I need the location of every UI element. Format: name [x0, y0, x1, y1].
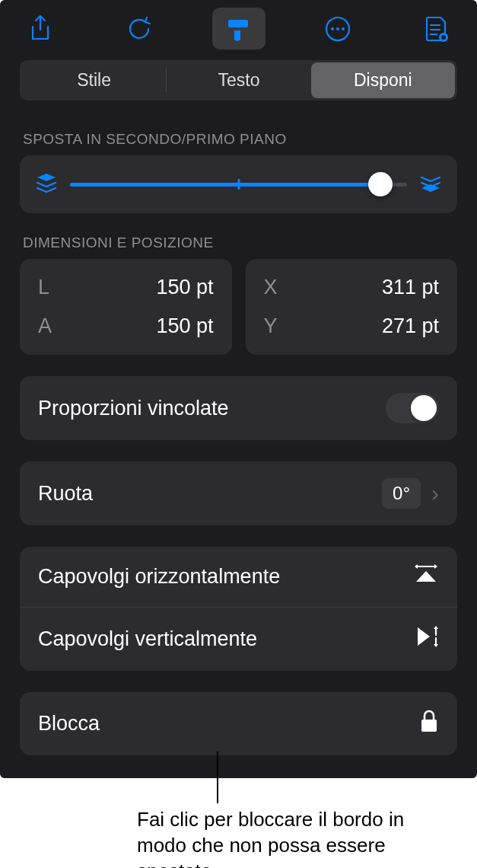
callout-text: Fai clic per bloccare il bordo in modo c…	[0, 778, 456, 868]
lock-label: Blocca	[38, 712, 100, 736]
size-pos-title: DIMENSIONI E POSIZIONE	[23, 235, 457, 251]
size-column: L 150 pt A 150 pt	[20, 259, 232, 355]
share-button[interactable]	[14, 8, 67, 49]
document-settings-button[interactable]	[410, 8, 463, 49]
tab-arrange[interactable]: Disponi	[311, 62, 455, 98]
svg-point-1	[331, 27, 334, 30]
svg-point-5	[441, 35, 446, 40]
layer-order-slider-card	[20, 155, 457, 213]
flip-horizontal-icon	[413, 563, 439, 590]
y-value: 271 pt	[382, 314, 439, 338]
y-label: Y	[264, 314, 278, 338]
tab-style[interactable]: Stile	[22, 62, 166, 98]
rotate-label: Ruota	[38, 482, 93, 506]
x-field[interactable]: X 311 pt	[264, 268, 440, 307]
svg-point-2	[336, 27, 339, 30]
undo-button[interactable]	[113, 8, 166, 49]
lock-row[interactable]: Blocca	[20, 692, 457, 755]
width-field[interactable]: L 150 pt	[38, 268, 214, 307]
tab-text[interactable]: Testo	[167, 62, 310, 98]
callout: Fai clic per bloccare il bordo in modo c…	[0, 778, 477, 868]
height-value: 150 pt	[156, 314, 213, 338]
width-label: L	[38, 276, 49, 299]
constrain-toggle[interactable]	[386, 393, 439, 423]
callout-leader-line	[217, 752, 218, 803]
position-column: X 311 pt Y 271 pt	[246, 259, 458, 355]
lock-icon	[419, 709, 439, 739]
top-toolbar	[0, 0, 477, 60]
move-section-title: SPOSTA IN SECONDO/PRIMO PIANO	[23, 131, 457, 148]
constrain-label: Proporzioni vincolate	[38, 397, 229, 420]
inspector-tabs: Stile Testo Disponi	[20, 60, 457, 101]
format-inspector-panel: Stile Testo Disponi SPOSTA IN SECONDO/PR…	[0, 0, 477, 778]
flip-vertical-icon	[416, 624, 439, 654]
flip-horizontal-row[interactable]: Capovolgi orizzontalmente	[20, 547, 457, 607]
flip-vertical-row[interactable]: Capovolgi verticalmente	[20, 607, 457, 671]
rotate-value: 0°	[382, 478, 421, 509]
format-button[interactable]	[212, 8, 266, 49]
slider-thumb[interactable]	[368, 172, 393, 196]
flip-h-label: Capovolgi orizzontalmente	[38, 565, 280, 589]
layer-order-slider[interactable]	[70, 182, 407, 187]
height-label: A	[38, 314, 52, 338]
more-button[interactable]	[311, 8, 364, 49]
x-label: X	[264, 276, 278, 299]
svg-point-3	[342, 27, 345, 30]
send-to-back-icon[interactable]	[35, 172, 58, 196]
flip-v-label: Capovolgi verticalmente	[38, 627, 257, 651]
width-value: 150 pt	[156, 276, 213, 299]
rotate-row[interactable]: Ruota 0° ›	[20, 461, 457, 525]
constrain-proportions-row: Proporzioni vincolate	[20, 376, 457, 440]
chevron-right-icon: ›	[431, 480, 439, 506]
bring-to-front-icon[interactable]	[419, 172, 442, 196]
height-field[interactable]: A 150 pt	[38, 307, 214, 346]
size-position-grid: L 150 pt A 150 pt X 311 pt Y 271 pt	[20, 259, 457, 355]
y-field[interactable]: Y 271 pt	[264, 307, 440, 346]
x-value: 311 pt	[382, 276, 439, 299]
